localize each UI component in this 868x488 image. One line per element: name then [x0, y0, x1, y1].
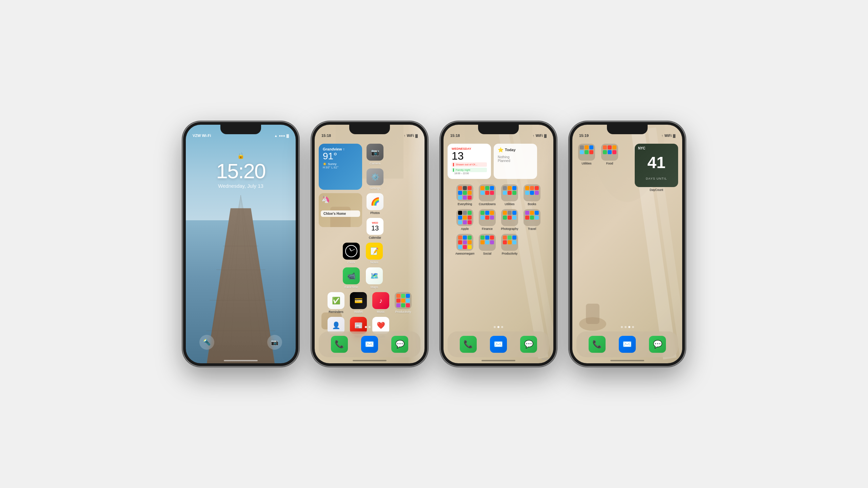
phone-4: 15:19 ↑ WiFi ▓	[570, 122, 685, 366]
reminders-app-icon[interactable]: ✅	[328, 292, 344, 309]
notion-widget-title: Chloe's Home	[323, 212, 357, 216]
folder-row-2: Apple Finance	[448, 209, 549, 230]
photos-app-cell: 🌈 Photos	[365, 193, 385, 215]
food-icon-4[interactable]	[601, 144, 618, 161]
everything-folder-label: Everything	[458, 202, 472, 206]
cal-event-2: ▌ Family night	[452, 168, 487, 172]
notes-app-icon[interactable]: 📝	[366, 243, 383, 260]
lock-icon: 🔒	[186, 152, 296, 159]
productivity-folder-icon-3[interactable]	[501, 234, 518, 251]
battery-icon: ▓	[287, 134, 289, 138]
clock-minute-hand	[351, 249, 355, 251]
home-indicator-3	[481, 360, 515, 361]
productivity-folder-label: Productivity	[395, 310, 411, 313]
time-3: 15:18	[450, 134, 460, 138]
social-folder-icon[interactable]	[479, 234, 496, 251]
calendar-app-icon[interactable]: WED 13	[367, 218, 383, 235]
cal-event-1: ▌ Shawn out of Of...	[452, 162, 487, 167]
awesomegames-folder-cell: Awesomegames	[455, 234, 475, 255]
notion-widget[interactable]: Chloe's Home 🦄 Notion	[319, 193, 362, 227]
wifi-icon-2: WiFi	[407, 134, 414, 138]
books-folder-icon[interactable]	[524, 184, 540, 201]
page-dots-3	[443, 326, 553, 328]
music-app-icon[interactable]: ♪	[372, 292, 389, 309]
messages-app-icon[interactable]: 💬	[391, 336, 408, 353]
app-row-4: 📹 FaceTime 🗺️ Maps	[319, 267, 420, 289]
clock-app-cell: Clock	[341, 243, 361, 264]
dock-2: 📞 ✉️ 💬	[319, 331, 420, 357]
lockscreen-content: 🔒 15:20 Wednesday, July 13	[186, 152, 296, 189]
flashlight-button[interactable]: 🔦	[199, 335, 214, 350]
weather-widget[interactable]: Grandview ↑ 91° ☀️ Sunny H:93° L:62°	[319, 144, 362, 190]
utilities-folder-icon-3[interactable]	[501, 184, 518, 201]
notch-4	[607, 125, 648, 134]
phone4-top-row: Utilities Food	[576, 144, 678, 191]
cal-mini-num: 13	[371, 224, 379, 232]
status-icons-4: ↑ WiFi ▓	[662, 134, 675, 138]
messages-icon-3[interactable]: 💬	[520, 336, 537, 353]
productivity-folder-cell-3: Productivity	[499, 234, 520, 255]
camera-button[interactable]: 📷	[267, 335, 282, 350]
time-2: 15:18	[321, 134, 331, 138]
mail-app-icon[interactable]: ✉️	[361, 336, 378, 353]
homescreen-content-2: Grandview ↑ 91° ☀️ Sunny H:93° L:62° 📷	[315, 140, 425, 363]
maps-app-icon[interactable]: 🗺️	[366, 267, 383, 284]
phone-dock-4: 📞	[587, 336, 607, 353]
phone-app-icon[interactable]: 📞	[331, 336, 348, 353]
messages-dock-3: 💬	[518, 336, 539, 353]
apple-folder-icon[interactable]	[456, 209, 473, 226]
settings-app-label: Settings	[370, 186, 381, 190]
photos-app-icon[interactable]: 🌈	[367, 193, 383, 210]
phone-2: 15:18 ↑ WiFi ▓ Grandview ↑ 91° ☀️	[312, 122, 427, 366]
travel-folder-icon[interactable]	[524, 209, 540, 226]
signal-icon: ●●●	[279, 134, 285, 138]
books-folder-cell: Books	[522, 184, 542, 206]
daycount-widget[interactable]: NYC 41 DAYS UNTIL	[635, 144, 678, 187]
mail-icon-3[interactable]: ✉️	[490, 336, 507, 353]
calendar-app-label: Calendar	[369, 236, 381, 239]
daycount-cell: NYC 41 DAYS UNTIL DayCount	[635, 144, 678, 191]
utilities-icon-4[interactable]	[578, 144, 595, 161]
apple-folder-cell: Apple	[455, 209, 475, 230]
things-widget[interactable]: ⭐ Today NothingPlanned Things	[494, 144, 537, 179]
everything-folder-icon[interactable]	[456, 184, 473, 201]
utilities-folder-label-3: Utilities	[505, 202, 514, 206]
dot-3-2	[497, 326, 499, 328]
utilities-folder-4: Utilities	[576, 144, 597, 165]
phone-icon-4[interactable]: 📞	[589, 336, 606, 353]
widget-row-3: WEDNESDAY 13 ▌ Shawn out of Of... ▌ Fami…	[448, 144, 549, 179]
mail-dock-cell: ✉️	[359, 336, 380, 353]
wifi-icon-3: WiFi	[536, 134, 543, 138]
clock-app-icon[interactable]	[343, 243, 360, 260]
loc-icon-4: ↑	[662, 134, 663, 138]
page-dot-3	[372, 326, 374, 328]
food-folder-4: Food	[599, 144, 620, 165]
folder-row-1: Everything Countdowns	[448, 184, 549, 206]
clock-face	[345, 245, 357, 257]
messages-icon-4[interactable]: 💬	[649, 336, 666, 353]
things-subtitle: NothingPlanned	[498, 155, 533, 163]
countdowns-folder-icon[interactable]	[479, 184, 496, 201]
dot-4-3	[628, 326, 630, 328]
phone-icon-3[interactable]: 📞	[460, 336, 477, 353]
awesomegames-folder-icon[interactable]	[456, 234, 473, 251]
productivity-folder-label-3: Productivity	[502, 252, 518, 255]
maps-app-cell: 🗺️ Maps	[364, 267, 384, 289]
wallet-app-icon[interactable]: 💳	[350, 292, 367, 309]
facetime-app-icon[interactable]: 📹	[343, 267, 360, 284]
camera-app-icon[interactable]: 📷	[367, 144, 383, 161]
daycount-label: DAYS UNTIL	[635, 177, 678, 180]
photography-folder-icon[interactable]	[501, 209, 518, 226]
time-4: 15:19	[579, 134, 589, 138]
calendar-widget[interactable]: WEDNESDAY 13 ▌ Shawn out of Of... ▌ Fami…	[448, 144, 491, 179]
productivity-folder-icon[interactable]	[395, 292, 412, 309]
things-title: Today	[505, 148, 516, 152]
status-icons-2: ↑ WiFi ▓	[404, 134, 418, 138]
lock-time: 15:20	[186, 161, 296, 182]
apple-folder-label: Apple	[461, 227, 469, 230]
mail-icon-4[interactable]: ✉️	[619, 336, 636, 353]
finance-folder-icon[interactable]	[479, 209, 496, 226]
settings-app-icon[interactable]: ⚙️	[367, 168, 383, 185]
wallet-app-cell: 💳 Wallet	[348, 292, 369, 313]
countdowns-folder-label: Countdowns	[479, 202, 496, 206]
